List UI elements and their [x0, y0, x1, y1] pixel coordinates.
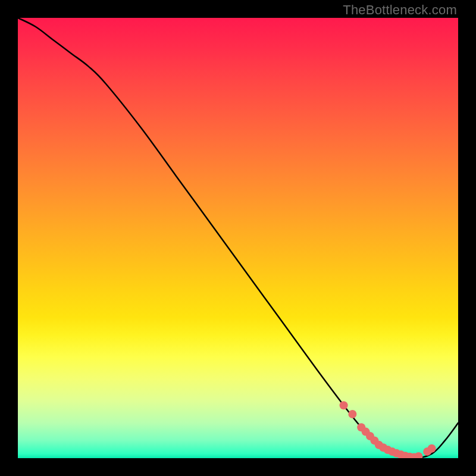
marker-dot — [414, 452, 422, 458]
curve-line — [18, 18, 458, 458]
marker-dot — [340, 401, 348, 409]
chart-stage: TheBottleneck.com — [0, 0, 476, 476]
marker-group — [340, 401, 436, 458]
marker-dot — [428, 444, 436, 453]
chart-svg — [18, 18, 458, 458]
marker-dot — [348, 410, 356, 418]
watermark-text: TheBottleneck.com — [343, 2, 457, 18]
plot-area — [18, 18, 458, 458]
